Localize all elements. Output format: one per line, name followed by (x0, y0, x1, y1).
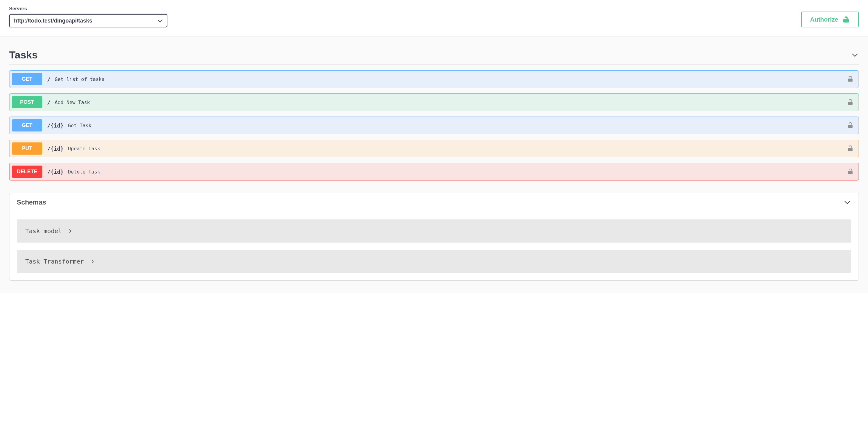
svg-rect-1 (848, 102, 853, 105)
servers-label: Servers (9, 6, 167, 11)
chevron-down-icon (843, 198, 851, 206)
operation-summary: Update Task (68, 146, 100, 152)
unlock-icon[interactable] (847, 145, 854, 152)
operation-row-get-2[interactable]: GET/{id}Get Task (9, 117, 859, 134)
unlock-icon[interactable] (847, 122, 854, 129)
operation-summary: Add New Task (55, 99, 90, 105)
schemas-body: Task modelTask Transformer (9, 212, 859, 280)
unlock-icon[interactable] (847, 99, 854, 106)
method-badge: POST (12, 96, 42, 108)
operation-row-put-3[interactable]: PUT/{id}Update Task (9, 140, 859, 157)
schemas-title: Schemas (17, 198, 46, 206)
unlock-icon (842, 16, 850, 23)
authorize-button[interactable]: Authorize (801, 11, 859, 27)
operation-summary: Get Task (68, 123, 91, 128)
unlock-icon[interactable] (847, 76, 854, 83)
operation-summary: Get list of tasks (55, 76, 105, 82)
schemas-section: Schemas Task modelTask Transformer (9, 193, 859, 281)
top-bar: Servers http://todo.test/dingoapi/tasks … (0, 0, 868, 37)
operation-row-post-1[interactable]: POST/Add New Task (9, 93, 859, 111)
method-badge: PUT (12, 142, 42, 155)
schema-name: Task Transformer (25, 258, 84, 265)
operation-path: /{id} (47, 169, 64, 175)
main-area: Tasks GET/Get list of tasksPOST/Add New … (0, 37, 868, 293)
authorize-label: Authorize (810, 16, 838, 23)
operation-path: /{id} (47, 122, 64, 129)
operation-summary: Delete Task (68, 169, 100, 175)
operation-row-get-0[interactable]: GET/Get list of tasks (9, 70, 859, 88)
schema-model[interactable]: Task model (17, 219, 851, 243)
chevron-down-icon (851, 51, 859, 59)
method-badge: DELETE (12, 166, 42, 178)
svg-rect-0 (848, 78, 853, 82)
operation-path: / (47, 76, 51, 83)
svg-rect-2 (848, 125, 853, 128)
operation-row-delete-4[interactable]: DELETE/{id}Delete Task (9, 163, 859, 181)
chevron-right-icon (68, 229, 73, 233)
svg-rect-4 (848, 171, 853, 174)
method-badge: GET (12, 119, 42, 131)
method-badge: GET (12, 73, 42, 85)
tag-title: Tasks (9, 49, 38, 61)
operation-path: /{id} (47, 146, 64, 152)
tag-header[interactable]: Tasks (9, 43, 859, 65)
servers-block: Servers http://todo.test/dingoapi/tasks (9, 6, 167, 27)
unlock-icon[interactable] (847, 168, 854, 175)
schema-model[interactable]: Task Transformer (17, 250, 851, 273)
server-select[interactable]: http://todo.test/dingoapi/tasks (9, 14, 167, 27)
swagger-ui: Servers http://todo.test/dingoapi/tasks … (0, 0, 868, 293)
schema-name: Task model (25, 227, 62, 235)
operations-list: GET/Get list of tasksPOST/Add New TaskGE… (9, 70, 859, 181)
schemas-header[interactable]: Schemas (9, 193, 859, 212)
server-select-wrap: http://todo.test/dingoapi/tasks (9, 14, 167, 27)
chevron-right-icon (90, 259, 95, 264)
operation-path: / (47, 99, 51, 106)
svg-rect-3 (848, 148, 853, 151)
